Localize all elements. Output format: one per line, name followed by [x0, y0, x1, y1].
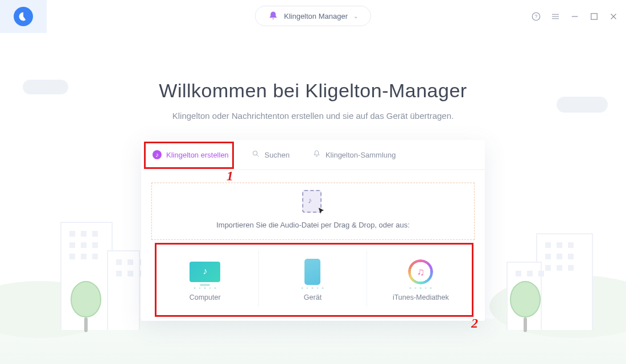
bell-icon [268, 11, 278, 21]
mode-label: Klingelton Manager [284, 12, 348, 20]
page-title: Willkommen bei Kligelton-Manager [0, 80, 626, 102]
welcome-heading: Willkommen bei Kligelton-Manager Klingel… [0, 80, 626, 121]
source-label: Computer [156, 293, 254, 301]
tab-label: Klingelton erstellen [166, 151, 229, 159]
search-icon [252, 150, 260, 160]
tree-icon [71, 281, 101, 332]
tab-label: Suchen [265, 151, 290, 159]
source-itunes[interactable]: ♫ iTunes-Mediathek [367, 250, 475, 307]
annotation-number-1: 1 [226, 168, 233, 184]
main-card: ♪ Klingelton erstellen Suchen Klingelton… [141, 140, 485, 321]
dropzone-illustration: ♪ [300, 190, 326, 215]
tab-search[interactable]: Suchen [240, 140, 301, 169]
tab-collection[interactable]: Klingelton-Sammlung [301, 140, 407, 169]
itunes-icon: ♫ [401, 258, 440, 286]
help-button[interactable]: ? [530, 11, 542, 22]
close-button[interactable] [608, 11, 619, 22]
minimize-button[interactable] [569, 11, 580, 22]
mode-selector[interactable]: Klingelton Manager ⌄ [255, 6, 371, 26]
device-icon [293, 258, 332, 286]
source-computer[interactable]: ♪ Computer [151, 250, 259, 307]
computer-icon: ♪ [185, 258, 225, 286]
window-controls: ? [530, 0, 619, 33]
titlebar: Klingelton Manager ⌄ ? [0, 0, 626, 33]
maximize-button[interactable] [588, 11, 600, 22]
source-device[interactable]: Gerät [259, 250, 366, 307]
source-label: Gerät [263, 293, 361, 301]
tab-create-ringtone[interactable]: ♪ Klingelton erstellen [141, 140, 240, 169]
svg-point-3 [253, 151, 257, 156]
dropzone-text: Importieren Sie die Audio-Datei per Drag… [152, 221, 474, 229]
import-sources: ♪ Computer Gerät ♫ [151, 250, 475, 307]
background-building [536, 233, 593, 330]
svg-text:?: ? [535, 14, 538, 19]
create-icon: ♪ [153, 150, 162, 159]
card-tabs: ♪ Klingelton erstellen Suchen Klingelton… [141, 140, 485, 169]
page-subtitle: Klingelton oder Nachrichtenton erstellen… [0, 111, 626, 121]
tab-label: Klingelton-Sammlung [326, 151, 396, 159]
music-note-icon: ♪ [308, 196, 312, 205]
bell-outline-icon [312, 150, 321, 160]
tree-icon [510, 281, 541, 332]
chevron-down-icon: ⌄ [353, 13, 358, 19]
cursor-icon [318, 207, 326, 215]
background-building [107, 250, 140, 330]
annotation-number-2: 2 [471, 316, 478, 331]
menu-button[interactable] [550, 11, 561, 22]
svg-rect-2 [591, 14, 598, 20]
app-logo [0, 0, 47, 33]
source-label: iTunes-Mediathek [372, 293, 470, 301]
drop-zone[interactable]: ♪ Importieren Sie die Audio-Datei per Dr… [151, 183, 475, 240]
